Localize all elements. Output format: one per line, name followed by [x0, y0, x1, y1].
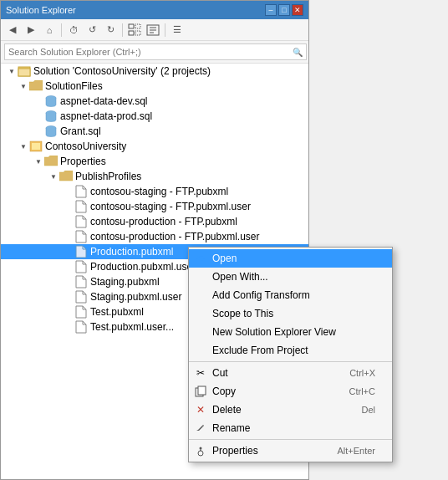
tree-label-staging-ftp-user: contosou-staging - FTP.pubxml.user: [90, 201, 251, 212]
svg-rect-14: [32, 143, 40, 150]
no-expand: [33, 95, 44, 107]
toolbar-separator-1: [61, 23, 62, 37]
no-expand: [63, 276, 74, 288]
search-input[interactable]: [4, 43, 307, 60]
menu-item-delete[interactable]: ✕ Delete Del: [189, 401, 392, 419]
no-expand: [63, 231, 74, 243]
svg-point-18: [198, 451, 203, 456]
title-bar: Solution Explorer – □ ✕: [1, 1, 308, 19]
tree-item-grant[interactable]: Grant.sql: [1, 124, 308, 139]
file-icon: [74, 275, 88, 289]
properties-shortcut: Alt+Enter: [337, 446, 375, 456]
no-expand: [63, 261, 74, 273]
menu-label-cut: Cut: [212, 367, 333, 379]
menu-label-properties: Properties: [212, 445, 320, 457]
copy-shortcut: Ctrl+C: [349, 386, 375, 396]
menu-label-open-with: Open With...: [212, 271, 375, 283]
cut-shortcut: Ctrl+X: [349, 368, 375, 378]
tree-item-staging-ftp[interactable]: contosou-staging - FTP.pubxml: [1, 184, 308, 199]
tree-item-aspnetdev[interactable]: aspnet-data-dev.sql: [1, 94, 308, 109]
no-expand: [63, 216, 74, 227]
svg-rect-0: [129, 24, 134, 28]
home-button[interactable]: ⌂: [41, 22, 58, 38]
menu-item-open[interactable]: Open: [189, 249, 392, 268]
svg-rect-3: [135, 31, 140, 35]
delete-shortcut: Del: [361, 405, 375, 415]
cut-icon: ✂: [194, 366, 207, 380]
tree-item-production-ftp-user[interactable]: contosu-production - FTP.pubxml.user: [1, 229, 308, 244]
tree-label-staging-ftp: contosou-staging - FTP.pubxml: [90, 186, 228, 197]
tree-item-contosouniversity[interactable]: ▼ ContosoUniversity: [1, 139, 308, 154]
no-expand: [33, 125, 44, 137]
tree-item-publishprofiles[interactable]: ▼ PublishProfiles: [1, 169, 308, 184]
menu-item-rename[interactable]: Rename: [189, 419, 392, 437]
expand-icon[interactable]: ▼: [33, 156, 44, 167]
menu-item-open-with[interactable]: Open With...: [189, 268, 392, 286]
show-all-files-button[interactable]: [126, 22, 143, 38]
search-icon[interactable]: 🔍: [290, 44, 305, 59]
back-button[interactable]: ◀: [4, 22, 21, 38]
tree-item-production-ftp[interactable]: contosu-production - FTP.pubxml: [1, 214, 308, 229]
new-solution-explorer-icon: [194, 325, 207, 339]
menu-label-rename: Rename: [212, 422, 375, 434]
menu-label-new-solution-explorer: New Solution Explorer View: [212, 326, 375, 338]
tree-label-staging-pubxml: Staging.pubxml: [90, 276, 160, 288]
tree-label-solutionfiles: SolutionFiles: [45, 80, 103, 92]
file-icon: [74, 260, 88, 273]
menu-label-open: Open: [212, 253, 375, 264]
tree-label-properties: Properties: [60, 156, 106, 167]
expand-icon[interactable]: ▼: [18, 80, 29, 92]
tree-label-production-ftp: contosu-production - FTP.pubxml: [90, 216, 237, 227]
tree-label-staging-pubxml-user: Staging.pubxml.user: [90, 291, 181, 303]
tree-label-aspnetdev: aspnet-data-dev.sql: [60, 95, 148, 107]
tree-label-publishprofiles: PublishProfiles: [75, 171, 141, 182]
title-bar-text: Solution Explorer: [6, 5, 76, 15]
file-icon: [74, 185, 88, 198]
minimize-button[interactable]: –: [265, 4, 277, 16]
expand-icon[interactable]: ▼: [6, 65, 18, 77]
tree-item-solutionfiles[interactable]: ▼ SolutionFiles: [1, 79, 308, 94]
sync-button[interactable]: ↻: [102, 22, 119, 38]
svg-rect-2: [129, 31, 134, 35]
tree-item-staging-ftp-user[interactable]: contosou-staging - FTP.pubxml.user: [1, 199, 308, 214]
menu-item-scope-to-this[interactable]: Scope to This: [189, 304, 392, 323]
close-button[interactable]: ✕: [292, 4, 303, 16]
svg-rect-9: [18, 69, 30, 76]
open-icon: [194, 252, 207, 265]
tree-item-solution[interactable]: ▼ Solution 'ContosoUniversity' (2 projec…: [1, 64, 308, 79]
view-options-button[interactable]: ☰: [169, 22, 186, 38]
sql-icon: [44, 94, 58, 108]
tree-label-test-pubxml-user: Test.pubxml.user...: [90, 321, 174, 333]
pending-changes-button[interactable]: ⏱: [65, 22, 82, 38]
tree-item-properties[interactable]: ▼ Properties: [1, 154, 308, 169]
tree-item-aspnetprod[interactable]: aspnet-data-prod.sql: [1, 109, 308, 124]
menu-label-exclude: Exclude From Project: [212, 345, 375, 356]
menu-item-exclude[interactable]: Exclude From Project: [189, 341, 392, 360]
exclude-icon: [194, 344, 207, 357]
svg-rect-17: [198, 386, 206, 395]
maximize-button[interactable]: □: [278, 4, 290, 16]
toolbar: ◀ ▶ ⌂ ⏱ ↺ ↻ ☰: [1, 19, 308, 41]
menu-item-add-config[interactable]: Add Config Transform: [189, 286, 392, 304]
context-menu: Open Open With... Add Config Transform S…: [188, 247, 393, 462]
toolbar-separator-3: [165, 23, 165, 37]
menu-item-new-solution-explorer[interactable]: New Solution Explorer View: [189, 323, 392, 341]
copy-icon: [194, 385, 207, 398]
properties-button[interactable]: [145, 22, 161, 38]
menu-item-properties[interactable]: Properties Alt+Enter: [189, 442, 392, 460]
file-icon: [74, 320, 88, 334]
menu-item-copy[interactable]: Copy Ctrl+C: [189, 382, 392, 401]
solution-icon: [18, 64, 31, 78]
tree-label-contosouniversity: ContosoUniversity: [45, 140, 126, 152]
file-icon: [74, 305, 88, 319]
sql-icon: [44, 125, 58, 138]
expand-icon[interactable]: ▼: [48, 171, 59, 182]
folder-icon: [59, 170, 73, 183]
no-expand: [63, 186, 74, 197]
forward-button[interactable]: ▶: [23, 22, 39, 38]
menu-label-copy: Copy: [212, 386, 333, 397]
menu-item-cut[interactable]: ✂ Cut Ctrl+X: [189, 364, 392, 382]
expand-icon[interactable]: ▼: [18, 140, 29, 152]
refresh-button[interactable]: ↺: [84, 22, 100, 38]
no-expand: [63, 321, 74, 333]
